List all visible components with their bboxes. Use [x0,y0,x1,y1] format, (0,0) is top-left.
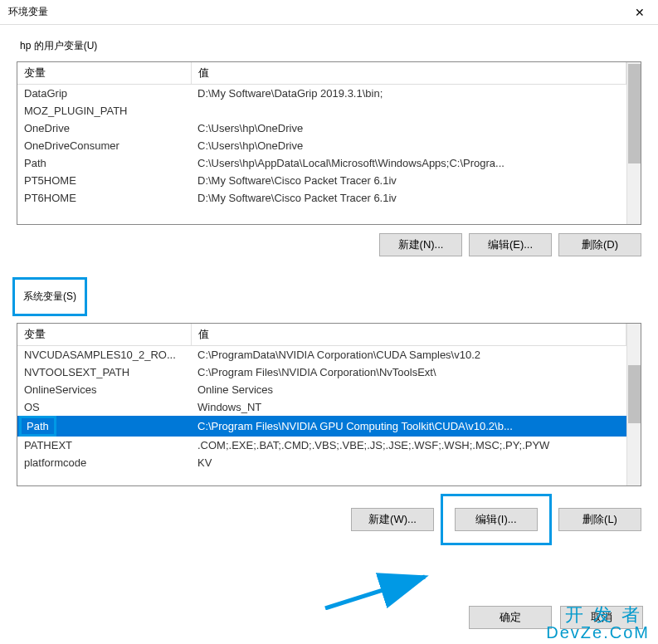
table-row[interactable]: NVTOOLSEXT_PATHC:\Program Files\NVIDIA C… [17,363,626,381]
system-new-button[interactable]: 新建(W)... [351,508,434,531]
system-edit-button[interactable]: 编辑(I)... [455,508,538,531]
ok-button[interactable]: 确定 [469,606,552,629]
dialog-button-row: 确定 取消 [469,606,643,629]
user-new-button[interactable]: 新建(N)... [379,233,462,256]
table-row[interactable]: MOZ_PLUGIN_PATH [17,102,626,120]
table-row[interactable]: OneDriveC:\Users\hp\OneDrive [17,120,626,137]
user-section-label: hp 的用户变量(U) [17,37,100,55]
table-row[interactable]: platformcodeKV [17,454,626,471]
system-table-container: 变量 值 NVCUDASAMPLES10_2_RO...C:\ProgramDa… [17,323,641,486]
table-row[interactable]: DataGripD:\My Software\DataGrip 2019.3.1… [17,85,626,103]
system-variables-table: 变量 值 NVCUDASAMPLES10_2_RO...C:\ProgramDa… [17,324,626,471]
system-delete-button[interactable]: 删除(L) [558,508,641,531]
system-table-scroll[interactable]: 变量 值 NVCUDASAMPLES10_2_RO...C:\ProgramDa… [17,324,626,485]
title-bar: 环境变量 ✕ [0,0,658,25]
table-row[interactable]: PathC:\Users\hp\AppData\Local\Microsoft\… [17,154,626,172]
user-variables-section: hp 的用户变量(U) 变量 值 DataGripD:\My Software\… [17,37,641,256]
cancel-button[interactable]: 取消 [560,606,643,629]
user-variables-table: 变量 值 DataGripD:\My Software\DataGrip 201… [17,62,626,207]
system-header-variable[interactable]: 变量 [17,324,191,346]
system-button-row: 新建(W)... 编辑(I)... 删除(L) [17,495,641,544]
close-button[interactable]: ✕ [621,0,658,25]
user-table-container: 变量 值 DataGripD:\My Software\DataGrip 201… [17,61,641,225]
user-header-value[interactable]: 值 [191,62,626,85]
dialog-content: hp 的用户变量(U) 变量 值 DataGripD:\My Software\… [0,25,658,557]
svg-line-1 [325,577,425,608]
user-edit-button[interactable]: 编辑(E)... [469,233,552,256]
table-row[interactable]: PT6HOMED:\My Software\Cisco Packet Trace… [17,189,626,207]
scrollbar-thumb[interactable] [628,64,641,163]
user-button-row: 新建(N)... 编辑(E)... 删除(D) [17,233,641,256]
scrollbar-thumb[interactable] [628,365,641,423]
user-delete-button[interactable]: 删除(D) [558,233,641,256]
close-icon: ✕ [635,6,645,19]
table-row-selected[interactable]: PathC:\Program Files\NVIDIA GPU Computin… [17,416,626,437]
table-row[interactable]: NVCUDASAMPLES10_2_RO...C:\ProgramData\NV… [17,346,626,364]
user-scrollbar[interactable] [626,62,641,224]
table-row[interactable]: OnlineServicesOnline Services [17,381,626,398]
window-title: 环境变量 [8,5,48,19]
arrow-annotation-icon [321,573,433,610]
table-row[interactable]: PT5HOMED:\My Software\Cisco Packet Trace… [17,172,626,189]
table-row[interactable]: OSWindows_NT [17,398,626,416]
system-scrollbar[interactable] [626,324,641,485]
table-row[interactable]: PATHEXT.COM;.EXE;.BAT;.CMD;.VBS;.VBE;.JS… [17,437,626,454]
edit-button-highlight: 编辑(I)... [441,494,552,545]
user-table-scroll[interactable]: 变量 值 DataGripD:\My Software\DataGrip 201… [17,62,626,224]
table-row[interactable]: OneDriveConsumerC:\Users\hp\OneDrive [17,137,626,154]
system-section-label: 系统变量(S) [12,277,87,316]
system-header-value[interactable]: 值 [191,324,626,346]
system-variables-section: 系统变量(S) 变量 值 NVCUDASAMPLES10_2_RO...C:\P… [17,277,641,544]
path-cell-highlight: Path [19,416,56,437]
user-header-variable[interactable]: 变量 [17,62,191,85]
